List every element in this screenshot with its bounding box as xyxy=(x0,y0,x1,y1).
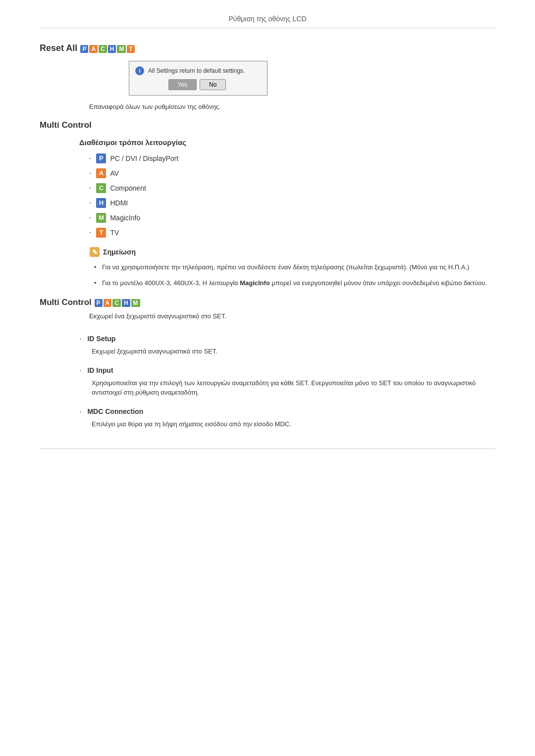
svg-text:✎: ✎ xyxy=(92,249,98,256)
badge-a: A xyxy=(89,45,98,53)
dialog-icon: i xyxy=(135,66,144,75)
page-header: Ρύθμιση της οθόνης LCD xyxy=(40,15,495,28)
sub-item-id-input-title: ID Input xyxy=(87,366,113,374)
dialog-box: i All Settings return to default setting… xyxy=(129,61,268,96)
reset-all-label: Reset All xyxy=(40,43,77,53)
page-title: Ρύθμιση της οθόνης LCD xyxy=(228,15,306,23)
sub-item-bullet: · xyxy=(79,366,81,375)
note-header: ✎ Σημείωση xyxy=(89,247,495,257)
section-multi-control-1: Multi Control Διαθέσιμοι τρόποι λειτουργ… xyxy=(40,120,495,288)
sub-items: · ID Setup Εκχωρεί ξεχωριστά αναγνωριστι… xyxy=(40,335,495,429)
badge2-h: H xyxy=(122,299,130,307)
badge2-a: A xyxy=(104,299,112,307)
note-item-1: Για να χρησιμοποιήσετε την τηλεόραση, πρ… xyxy=(94,262,495,272)
note-section: ✎ Σημείωση Για να χρησιμοποιήσετε την τη… xyxy=(89,247,495,288)
mode-icon-m: M xyxy=(96,213,106,223)
list-item: · C Component xyxy=(89,183,495,193)
sub-item-id-setup-title: ID Setup xyxy=(87,335,115,343)
badge2-p: P xyxy=(95,299,103,307)
mode-label-av: AV xyxy=(110,169,119,177)
sub-item-id-input-desc: Χρησιμοποιείται για την επιλογή των λειτ… xyxy=(92,378,495,398)
badge-c: C xyxy=(99,45,107,53)
note-bold-magicinfo: MagicInfo xyxy=(240,279,270,287)
mode-icon-c: C xyxy=(96,183,106,193)
badge-m: M xyxy=(117,45,126,53)
mode-label-component: Component xyxy=(110,184,146,192)
sub-item-mdc-connection-desc: Επιλέγει μια θύρα για τη λήψη σήματος ει… xyxy=(92,419,495,429)
dialog-yes-button[interactable]: Yes xyxy=(168,79,197,90)
note-label: Σημείωση xyxy=(103,248,136,256)
note-item-2: Για το μοντέλο 400UX-3, 460UX-3, Η λειτο… xyxy=(94,278,495,288)
mode-label-pc: PC / DVI / DisplayPort xyxy=(110,154,178,162)
mode-icon-p: P xyxy=(96,153,106,163)
section-reset-all: Reset All PACHMT i All Settings return t… xyxy=(40,43,495,110)
multi-control-2-label: Multi Control xyxy=(40,298,92,307)
sub-item-mdc-connection-header: · MDC Connection xyxy=(79,407,495,416)
list-item: · M MagicInfo xyxy=(89,213,495,223)
bullet: · xyxy=(89,169,91,178)
badge-h: H xyxy=(108,45,116,53)
list-item: · H HDMI xyxy=(89,198,495,208)
mode-icon-t: T xyxy=(96,228,106,238)
badge2-m: M xyxy=(131,299,140,307)
subsection-title: Διαθέσιμοι τρόποι λειτουργίας xyxy=(79,138,495,147)
sub-item-bullet: · xyxy=(79,335,81,344)
list-item: · A AV xyxy=(89,168,495,178)
dialog-header: i All Settings return to default setting… xyxy=(135,66,259,75)
bullet: · xyxy=(89,199,91,207)
note-icon: ✎ xyxy=(89,247,100,257)
dialog-icon-label: i xyxy=(139,68,140,74)
list-item: · P PC / DVI / DisplayPort xyxy=(89,153,495,163)
bullet: · xyxy=(89,228,91,237)
sub-item-id-setup-desc: Εκχωρεί ξεχωριστά αναγνωριστικά στο SET. xyxy=(92,347,495,356)
badge-t: T xyxy=(127,45,134,53)
mode-list: · P PC / DVI / DisplayPort · A AV · C Co… xyxy=(89,153,495,238)
page-container: Ρύθμιση της οθόνης LCD Reset All PACHMT … xyxy=(0,0,535,756)
bullet: · xyxy=(89,213,91,222)
mode-label-hdmi: HDMI xyxy=(110,199,128,207)
sub-item-id-input-header: · ID Input xyxy=(79,366,495,375)
multi-control-2-title: Multi Control PACHM xyxy=(40,298,495,307)
reset-description: Επαναφορά όλων των ρυθμίσεων της οθόνης. xyxy=(89,103,495,110)
bullet: · xyxy=(89,154,91,163)
mode-icon-a: A xyxy=(96,168,106,178)
sub-item-id-input: · ID Input Χρησιμοποιείται για την επιλο… xyxy=(40,366,495,398)
multi-control-1-title: Multi Control xyxy=(40,120,495,130)
section-multi-control-2: Multi Control PACHM Εκχωρεί ένα ξεχωριστ… xyxy=(40,298,495,320)
list-item: · T TV xyxy=(89,228,495,238)
multi-control-2-desc: Εκχωρεί ένα ξεχωριστό αναγνωριστικό στο … xyxy=(89,312,495,320)
dialog-no-button[interactable]: No xyxy=(200,79,226,90)
mode-label-magicinfo: MagicInfo xyxy=(110,214,140,222)
badge-p: P xyxy=(80,45,88,53)
sub-item-id-setup-header: · ID Setup xyxy=(79,335,495,344)
sub-item-bullet: · xyxy=(79,407,81,416)
sub-item-mdc-connection: · MDC Connection Επιλέγει μια θύρα για τ… xyxy=(40,407,495,429)
mode-label-tv: TV xyxy=(110,229,119,237)
sub-item-id-setup: · ID Setup Εκχωρεί ξεχωριστά αναγνωριστι… xyxy=(40,335,495,356)
dialog-buttons: Yes No xyxy=(135,79,259,90)
badge2-c: C xyxy=(112,299,121,307)
dialog-text: All Settings return to default settings. xyxy=(148,67,245,74)
sub-item-mdc-connection-title: MDC Connection xyxy=(87,407,143,415)
note-bullets: Για να χρησιμοποιήσετε την τηλεόραση, πρ… xyxy=(94,262,495,288)
bullet: · xyxy=(89,184,91,193)
mode-icon-h: H xyxy=(96,198,106,208)
reset-all-title: Reset All PACHMT xyxy=(40,43,495,53)
bottom-border xyxy=(40,449,495,449)
